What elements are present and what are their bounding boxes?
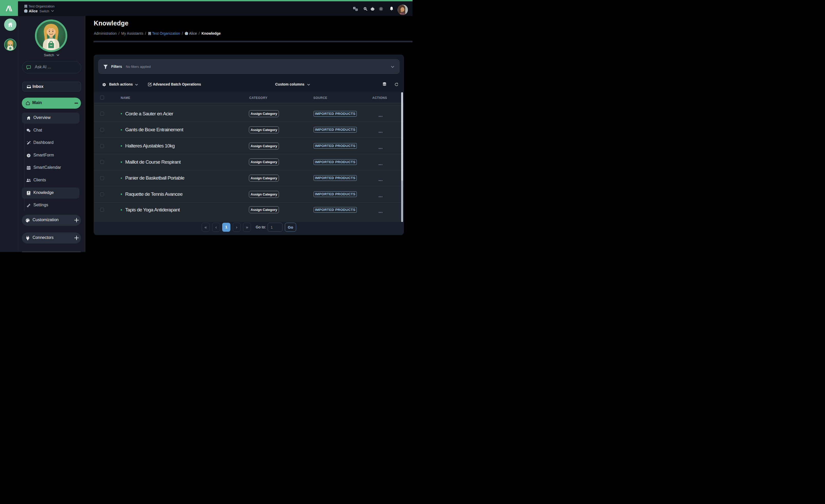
svg-text:?: ?	[28, 154, 29, 157]
